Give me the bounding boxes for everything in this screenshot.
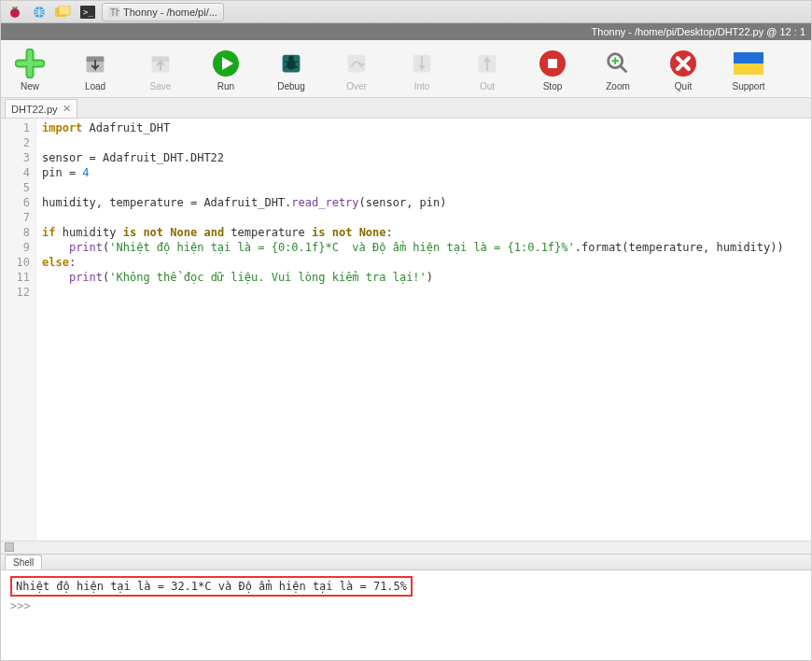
tool-label: New — [21, 81, 39, 91]
code-line: if humidity is not None and temperature … — [42, 225, 805, 240]
tool-label: Save — [150, 81, 172, 91]
code-line — [42, 210, 805, 225]
taskbar-active-task[interactable]: Th Thonny - /home/pi/... — [102, 3, 224, 21]
new-icon — [14, 48, 46, 79]
svg-text:Th: Th — [110, 7, 119, 18]
svg-text:>_: >_ — [83, 7, 93, 17]
window-titlebar: Thonny - /home/pi/Desktop/DHT22.py @ 12 … — [1, 23, 811, 40]
out-button: Out — [466, 48, 509, 91]
save-icon — [145, 48, 176, 79]
code-line — [42, 135, 805, 150]
code-line — [42, 285, 805, 300]
code-line: import Adafruit_DHT — [42, 120, 805, 135]
toolbar: NewLoadSaveRunDebugOverIntoOutStopZoomQu… — [1, 40, 811, 98]
shell-tab[interactable]: Shell — [5, 555, 42, 570]
zoom-button[interactable]: Zoom — [596, 48, 639, 91]
into-button: Into — [400, 48, 443, 91]
code-line: print('Nhiệt độ hiện tại là = {0:0.1f}*C… — [42, 240, 805, 255]
svg-point-0 — [10, 8, 20, 18]
svg-rect-27 — [734, 52, 763, 63]
run-button[interactable]: Run — [204, 48, 247, 91]
tool-label: Load — [85, 81, 105, 91]
code-line — [42, 180, 805, 195]
raspberry-menu-icon[interactable] — [5, 4, 25, 21]
shell-output-line: Nhiệt độ hiện tại là = 32.1*C và Độ ẩm h… — [10, 576, 413, 597]
file-manager-icon[interactable] — [53, 4, 74, 21]
tool-label: Zoom — [606, 81, 630, 91]
debug-icon — [275, 48, 307, 79]
support-button[interactable]: Support — [727, 48, 770, 91]
line-gutter: 123456789101112 — [1, 119, 36, 554]
os-taskbar: >_ Th Thonny - /home/pi/... — [1, 1, 811, 23]
code-line: else: — [42, 255, 805, 270]
shell-area[interactable]: Nhiệt độ hiện tại là = 32.1*C và Độ ẩm h… — [1, 570, 811, 660]
over-icon — [341, 48, 372, 79]
shell-tab-label: Shell — [13, 557, 34, 568]
web-browser-icon[interactable] — [29, 4, 49, 21]
code-line: sensor = Adafruit_DHT.DHT22 — [42, 150, 805, 165]
quit-button[interactable]: Quit — [662, 48, 705, 91]
tool-label: Out — [480, 81, 495, 91]
stop-icon — [537, 48, 568, 79]
svg-point-16 — [288, 56, 294, 62]
tool-label: Debug — [277, 81, 304, 91]
load-button[interactable]: Load — [74, 48, 117, 91]
code-line: humidity, temperature = Adafruit_DHT.rea… — [42, 195, 805, 210]
out-icon — [471, 48, 503, 79]
code-editor[interactable]: 123456789101112 import Adafruit_DHT sens… — [1, 119, 811, 554]
tool-label: Run — [217, 81, 234, 91]
file-tab-label: DHT22.py — [11, 104, 58, 115]
stop-button[interactable]: Stop — [531, 48, 574, 91]
run-icon — [210, 48, 242, 79]
file-tab[interactable]: DHT22.py ✕ — [5, 99, 77, 118]
tool-label: Stop — [543, 81, 563, 91]
code-line: pin = 4 — [42, 165, 805, 180]
save-button: Save — [139, 48, 182, 91]
editor-tab-strip: DHT22.py ✕ — [1, 98, 811, 119]
close-icon[interactable]: ✕ — [63, 104, 71, 114]
tool-label: Quit — [675, 81, 692, 91]
quit-icon — [667, 48, 699, 79]
tool-label: Into — [414, 81, 430, 91]
svg-rect-28 — [734, 63, 763, 75]
new-button[interactable]: New — [8, 48, 51, 91]
terminal-icon[interactable]: >_ — [77, 4, 98, 21]
support-icon — [733, 48, 764, 79]
shell-panel-header: Shell — [1, 554, 811, 570]
svg-rect-3 — [59, 6, 70, 15]
taskbar-task-label: Thonny - /home/pi/... — [123, 7, 217, 18]
over-button: Over — [335, 48, 378, 91]
code-area[interactable]: import Adafruit_DHT sensor = Adafruit_DH… — [36, 119, 811, 554]
thonny-icon: Th — [108, 7, 119, 18]
scrollbar-thumb[interactable] — [5, 542, 14, 552]
window-title: Thonny - /home/pi/Desktop/DHT22.py @ 12 … — [592, 26, 805, 37]
tool-label: Support — [732, 81, 764, 91]
zoom-icon — [602, 48, 634, 79]
code-line: print('Không thể đọc dữ liệu. Vui lòng k… — [42, 270, 805, 285]
horizontal-scrollbar[interactable] — [1, 541, 811, 554]
svg-rect-24 — [548, 59, 557, 68]
tool-label: Over — [346, 81, 367, 91]
load-icon — [79, 48, 111, 79]
debug-button[interactable]: Debug — [270, 48, 313, 91]
into-icon — [406, 48, 438, 79]
shell-prompt: >>> — [10, 598, 802, 613]
